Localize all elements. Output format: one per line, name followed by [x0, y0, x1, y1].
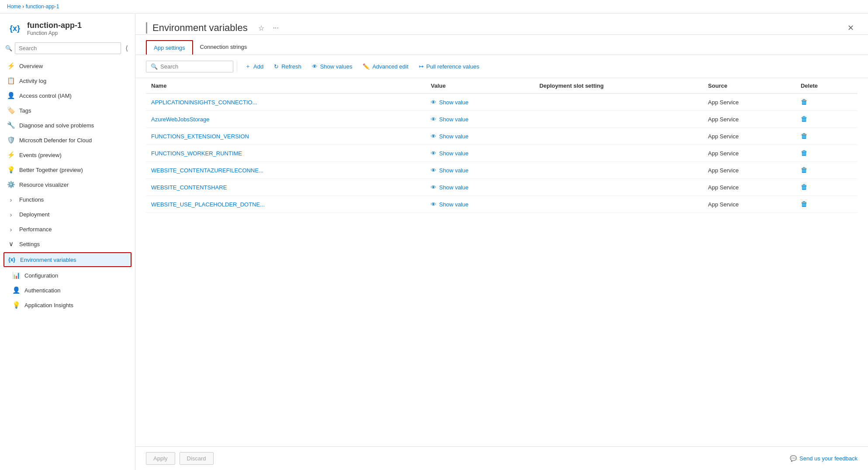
eye-icon: 👁 [431, 167, 436, 174]
delete-button[interactable]: 🗑 [801, 200, 808, 208]
cell-value: 👁 Show value [425, 128, 534, 145]
toolbar-search-input[interactable] [160, 63, 226, 70]
sidebar-item-label: Better Together (preview) [19, 167, 128, 173]
sidebar-item-settings[interactable]: ∨ Settings [0, 237, 135, 251]
sidebar-app-title: function-app-1 [27, 21, 82, 30]
sidebar-search-input[interactable] [15, 42, 121, 54]
expand-icon: › [7, 225, 15, 233]
cell-name: WEBSITE_USE_PLACEHOLDER_DOTNE... [146, 196, 425, 213]
delete-button[interactable]: 🗑 [801, 149, 808, 157]
cell-value: 👁 Show value [425, 196, 534, 213]
col-header-name: Name [146, 78, 425, 94]
cell-name: FUNCTIONS_EXTENSION_VERSION [146, 128, 425, 145]
delete-button[interactable]: 🗑 [801, 115, 808, 123]
cell-name: FUNCTIONS_WORKER_RUNTIME [146, 145, 425, 162]
sidebar-item-configuration[interactable]: 📊 Configuration [0, 268, 135, 283]
sidebar-item-events[interactable]: ⚡ Events (preview) [0, 148, 135, 162]
refresh-button[interactable]: ↻ Refresh [270, 61, 306, 72]
env-table-body: APPLICATIONINSIGHTS_CONNECTIO... 👁 Show … [146, 94, 858, 213]
env-var-name-link[interactable]: WEBSITE_USE_PLACEHOLDER_DOTNE... [151, 201, 265, 208]
table-row: APPLICATIONINSIGHTS_CONNECTIO... 👁 Show … [146, 94, 858, 111]
env-var-name-link[interactable]: WEBSITE_CONTENTAZUREFILECONNE... [151, 167, 263, 174]
env-table: Name Value Deployment slot setting Sourc… [146, 78, 858, 213]
table-header: Name Value Deployment slot setting Sourc… [146, 78, 858, 94]
show-values-button[interactable]: 👁 Show values [308, 61, 357, 72]
breadcrumb-home[interactable]: Home [7, 3, 21, 10]
sidebar-item-functions[interactable]: › Functions [0, 192, 135, 207]
sidebar-item-label: Configuration [24, 272, 128, 279]
delete-button[interactable]: 🗑 [801, 98, 808, 106]
env-var-name-link[interactable]: FUNCTIONS_WORKER_RUNTIME [151, 150, 242, 157]
env-var-name-link[interactable]: APPLICATIONINSIGHTS_CONNECTIO... [151, 99, 257, 106]
sidebar-item-performance[interactable]: › Performance [0, 222, 135, 237]
toolbar: 🔍 ＋ Add ↻ Refresh 👁 Show values ✏️ Advan… [135, 55, 868, 78]
cell-delete: 🗑 [795, 196, 858, 213]
tab-app-settings[interactable]: App settings [146, 40, 193, 55]
show-value-button[interactable]: 👁 Show value [431, 201, 468, 208]
cell-source: App Service [703, 111, 795, 128]
better-together-icon: 💡 [7, 166, 15, 174]
tab-connection-strings[interactable]: Connection strings [193, 40, 254, 55]
collapse-icon: ∨ [7, 240, 15, 248]
sidebar-item-diagnose[interactable]: 🔧 Diagnose and solve problems [0, 118, 135, 133]
sidebar-item-label: Diagnose and solve problems [19, 122, 128, 129]
add-button[interactable]: ＋ Add [241, 60, 268, 72]
sidebar-item-activity-log[interactable]: 📋 Activity log [0, 73, 135, 88]
show-value-button[interactable]: 👁 Show value [431, 99, 468, 106]
sidebar-item-overview[interactable]: ⚡ Overview [0, 58, 135, 73]
sidebar-item-better-together[interactable]: 💡 Better Together (preview) [0, 162, 135, 177]
breadcrumb-app[interactable]: function-app-1 [26, 3, 59, 10]
main-header: Environment variables ☆ ··· ✕ [135, 14, 868, 35]
advanced-edit-button[interactable]: ✏️ Advanced edit [358, 61, 412, 72]
sidebar-collapse-button[interactable]: ⟨ [124, 43, 130, 53]
env-var-name-link[interactable]: AzureWebJobsStorage [151, 116, 209, 123]
cell-delete: 🗑 [795, 128, 858, 145]
authentication-icon: 👤 [12, 286, 20, 294]
delete-button[interactable]: 🗑 [801, 166, 808, 174]
refresh-icon: ↻ [274, 63, 279, 70]
sidebar-item-access-control[interactable]: 👤 Access control (IAM) [0, 88, 135, 103]
cell-value: 👁 Show value [425, 145, 534, 162]
table-row: FUNCTIONS_WORKER_RUNTIME 👁 Show value Ap… [146, 145, 858, 162]
cell-value: 👁 Show value [425, 94, 534, 111]
env-vars-icon: {x} [8, 256, 16, 264]
cell-delete: 🗑 [795, 94, 858, 111]
env-var-name-link[interactable]: WEBSITE_CONTENTSHARE [151, 184, 227, 191]
more-options-button[interactable]: ··· [271, 22, 280, 34]
sidebar-item-authentication[interactable]: 👤 Authentication [0, 283, 135, 298]
discard-button[interactable]: Discard [180, 452, 214, 465]
close-button[interactable]: ✕ [844, 21, 858, 34]
cell-source: App Service [703, 128, 795, 145]
show-value-button[interactable]: 👁 Show value [431, 184, 468, 191]
sidebar-item-environment-variables[interactable]: {x} Environment variables [3, 252, 131, 267]
sidebar-item-resource-visualizer[interactable]: ⚙️ Resource visualizer [0, 177, 135, 192]
col-header-value: Value [425, 78, 534, 94]
show-value-button[interactable]: 👁 Show value [431, 150, 468, 157]
feedback-link[interactable]: 💬 Send us your feedback [790, 455, 858, 462]
sidebar-item-application-insights[interactable]: 💡 Application Insights [0, 298, 135, 312]
sidebar-app-subtitle: Function App [27, 30, 82, 36]
delete-button[interactable]: 🗑 [801, 183, 808, 191]
pull-reference-button[interactable]: ↦ Pull reference values [415, 61, 484, 72]
favorite-button[interactable]: ☆ [256, 22, 266, 34]
show-value-button[interactable]: 👁 Show value [431, 116, 468, 123]
cell-value: 👁 Show value [425, 162, 534, 179]
eye-icon: 👁 [431, 184, 436, 191]
toolbar-search-icon: 🔍 [151, 63, 158, 70]
add-icon: ＋ [245, 62, 251, 70]
sidebar-item-label: Resource visualizer [19, 182, 128, 188]
footer-bar: Apply Discard 💬 Send us your feedback [135, 446, 868, 470]
cell-deployment-slot [534, 111, 703, 128]
apply-button[interactable]: Apply [146, 452, 175, 465]
sidebar-item-tags[interactable]: 🏷️ Tags [0, 103, 135, 118]
delete-button[interactable]: 🗑 [801, 132, 808, 140]
show-value-button[interactable]: 👁 Show value [431, 167, 468, 174]
env-var-name-link[interactable]: FUNCTIONS_EXTENSION_VERSION [151, 133, 249, 140]
search-icon: 🔍 [5, 45, 12, 51]
sidebar-item-deployment[interactable]: › Deployment [0, 207, 135, 222]
main-content: Environment variables ☆ ··· ✕ App settin… [135, 14, 868, 470]
show-value-button[interactable]: 👁 Show value [431, 133, 468, 140]
cell-deployment-slot [534, 179, 703, 196]
sidebar-item-defender[interactable]: 🛡️ Microsoft Defender for Cloud [0, 133, 135, 148]
application-insights-icon: 💡 [12, 301, 20, 309]
